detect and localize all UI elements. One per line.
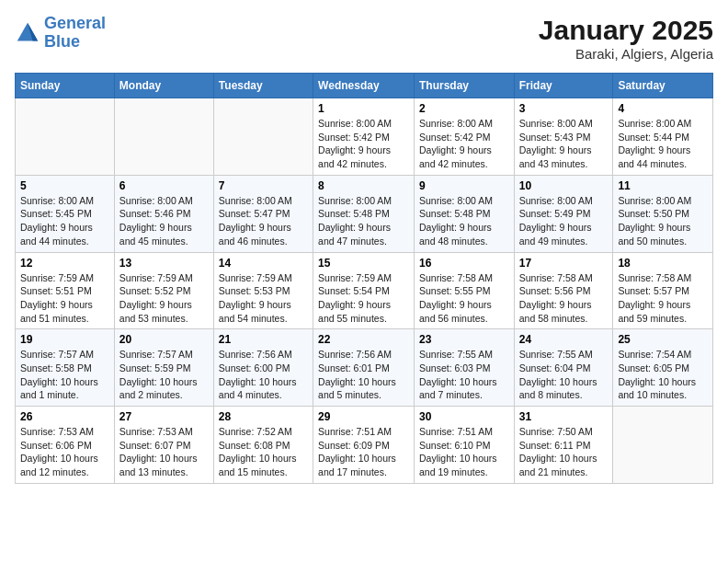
weekday-header-friday: Friday	[514, 74, 613, 98]
day-info: Sunrise: 7:52 AM Sunset: 6:08 PM Dayligh…	[219, 425, 308, 479]
calendar-week-1: 1Sunrise: 8:00 AM Sunset: 5:42 PM Daylig…	[16, 98, 713, 176]
weekday-header-thursday: Thursday	[414, 74, 514, 98]
day-info: Sunrise: 7:59 AM Sunset: 5:51 PM Dayligh…	[20, 271, 109, 326]
day-number: 19	[20, 333, 109, 346]
day-info: Sunrise: 7:56 AM Sunset: 6:01 PM Dayligh…	[318, 348, 409, 402]
day-number: 17	[519, 257, 609, 270]
calendar-cell: 7Sunrise: 8:00 AM Sunset: 5:47 PM Daylig…	[213, 175, 313, 252]
calendar-cell: 4Sunrise: 8:00 AM Sunset: 5:44 PM Daylig…	[613, 98, 713, 176]
day-number: 20	[119, 333, 209, 346]
calendar-cell: 12Sunrise: 7:59 AM Sunset: 5:51 PM Dayli…	[16, 252, 115, 329]
day-number: 26	[20, 410, 109, 423]
calendar-cell: 19Sunrise: 7:57 AM Sunset: 5:58 PM Dayli…	[16, 329, 115, 407]
day-number: 22	[318, 333, 409, 346]
calendar-cell: 22Sunrise: 7:56 AM Sunset: 6:01 PM Dayli…	[313, 329, 415, 407]
calendar-cell: 3Sunrise: 8:00 AM Sunset: 5:43 PM Daylig…	[514, 98, 613, 176]
day-number: 13	[119, 257, 209, 270]
day-info: Sunrise: 8:00 AM Sunset: 5:46 PM Dayligh…	[119, 194, 209, 248]
day-info: Sunrise: 8:00 AM Sunset: 5:45 PM Dayligh…	[20, 194, 109, 248]
day-number: 24	[519, 333, 609, 346]
day-info: Sunrise: 7:59 AM Sunset: 5:53 PM Dayligh…	[219, 271, 308, 326]
day-number: 21	[219, 333, 308, 346]
calendar-cell: 15Sunrise: 7:59 AM Sunset: 5:54 PM Dayli…	[313, 252, 415, 329]
day-info: Sunrise: 8:00 AM Sunset: 5:50 PM Dayligh…	[618, 194, 708, 248]
day-info: Sunrise: 8:00 AM Sunset: 5:42 PM Dayligh…	[318, 117, 409, 171]
weekday-header-saturday: Saturday	[613, 74, 713, 98]
day-info: Sunrise: 8:00 AM Sunset: 5:48 PM Dayligh…	[318, 194, 409, 248]
calendar-table: SundayMondayTuesdayWednesdayThursdayFrid…	[15, 73, 713, 484]
day-info: Sunrise: 7:51 AM Sunset: 6:09 PM Dayligh…	[318, 425, 409, 479]
calendar-cell: 18Sunrise: 7:58 AM Sunset: 5:57 PM Dayli…	[613, 252, 713, 329]
day-number: 2	[419, 102, 509, 115]
calendar-cell: 21Sunrise: 7:56 AM Sunset: 6:00 PM Dayli…	[213, 329, 313, 407]
calendar-cell: 1Sunrise: 8:00 AM Sunset: 5:42 PM Daylig…	[313, 98, 415, 176]
logo-text: General Blue	[44, 15, 106, 52]
day-number: 5	[20, 179, 109, 192]
day-info: Sunrise: 8:00 AM Sunset: 5:49 PM Dayligh…	[519, 194, 609, 248]
day-info: Sunrise: 7:51 AM Sunset: 6:10 PM Dayligh…	[419, 425, 509, 479]
day-info: Sunrise: 7:55 AM Sunset: 6:03 PM Dayligh…	[419, 348, 509, 402]
day-number: 14	[219, 257, 308, 270]
day-info: Sunrise: 8:00 AM Sunset: 5:48 PM Dayligh…	[419, 194, 509, 248]
day-info: Sunrise: 7:55 AM Sunset: 6:04 PM Dayligh…	[519, 348, 609, 402]
day-info: Sunrise: 8:00 AM Sunset: 5:42 PM Dayligh…	[419, 117, 509, 171]
day-number: 11	[618, 179, 708, 192]
calendar-cell: 13Sunrise: 7:59 AM Sunset: 5:52 PM Dayli…	[114, 252, 213, 329]
day-number: 7	[219, 179, 308, 192]
calendar-cell: 9Sunrise: 8:00 AM Sunset: 5:48 PM Daylig…	[414, 175, 514, 252]
calendar-week-3: 12Sunrise: 7:59 AM Sunset: 5:51 PM Dayli…	[16, 252, 713, 329]
day-info: Sunrise: 7:59 AM Sunset: 5:52 PM Dayligh…	[119, 271, 209, 326]
day-info: Sunrise: 7:57 AM Sunset: 5:58 PM Dayligh…	[20, 348, 109, 402]
page-title: January 2025	[539, 15, 713, 46]
calendar-cell: 20Sunrise: 7:57 AM Sunset: 5:59 PM Dayli…	[114, 329, 213, 407]
day-number: 23	[419, 333, 509, 346]
calendar-cell: 25Sunrise: 7:54 AM Sunset: 6:05 PM Dayli…	[613, 329, 713, 407]
calendar-cell: 16Sunrise: 7:58 AM Sunset: 5:55 PM Dayli…	[414, 252, 514, 329]
weekday-header-monday: Monday	[114, 74, 213, 98]
day-info: Sunrise: 7:58 AM Sunset: 5:55 PM Dayligh…	[419, 271, 509, 326]
calendar-cell: 8Sunrise: 8:00 AM Sunset: 5:48 PM Daylig…	[313, 175, 415, 252]
day-info: Sunrise: 7:53 AM Sunset: 6:06 PM Dayligh…	[20, 425, 109, 479]
day-number: 30	[419, 410, 509, 423]
calendar-cell: 14Sunrise: 7:59 AM Sunset: 5:53 PM Dayli…	[213, 252, 313, 329]
day-number: 16	[419, 257, 509, 270]
calendar-cell: 30Sunrise: 7:51 AM Sunset: 6:10 PM Dayli…	[414, 407, 514, 484]
day-number: 10	[519, 179, 609, 192]
calendar-cell: 17Sunrise: 7:58 AM Sunset: 5:56 PM Dayli…	[514, 252, 613, 329]
calendar-cell: 2Sunrise: 8:00 AM Sunset: 5:42 PM Daylig…	[414, 98, 514, 176]
calendar-cell	[16, 98, 115, 176]
calendar-cell	[213, 98, 313, 176]
day-number: 25	[618, 333, 708, 346]
day-number: 12	[20, 257, 109, 270]
day-number: 18	[618, 257, 708, 270]
weekday-header-wednesday: Wednesday	[313, 74, 415, 98]
calendar-cell: 10Sunrise: 8:00 AM Sunset: 5:49 PM Dayli…	[514, 175, 613, 252]
day-number: 27	[119, 410, 209, 423]
logo: General Blue	[15, 15, 106, 52]
calendar-cell: 29Sunrise: 7:51 AM Sunset: 6:09 PM Dayli…	[313, 407, 415, 484]
day-info: Sunrise: 7:57 AM Sunset: 5:59 PM Dayligh…	[119, 348, 209, 402]
calendar-week-4: 19Sunrise: 7:57 AM Sunset: 5:58 PM Dayli…	[16, 329, 713, 407]
title-block: January 2025 Baraki, Algiers, Algeria	[539, 15, 713, 62]
day-info: Sunrise: 7:53 AM Sunset: 6:07 PM Dayligh…	[119, 425, 209, 479]
logo-icon	[15, 20, 40, 46]
day-number: 31	[519, 410, 609, 423]
calendar-cell: 28Sunrise: 7:52 AM Sunset: 6:08 PM Dayli…	[213, 407, 313, 484]
day-info: Sunrise: 8:00 AM Sunset: 5:43 PM Dayligh…	[519, 117, 609, 171]
day-number: 28	[219, 410, 308, 423]
day-number: 8	[318, 179, 409, 192]
calendar-cell: 5Sunrise: 8:00 AM Sunset: 5:45 PM Daylig…	[16, 175, 115, 252]
day-number: 9	[419, 179, 509, 192]
day-number: 3	[519, 102, 609, 115]
day-info: Sunrise: 7:58 AM Sunset: 5:56 PM Dayligh…	[519, 271, 609, 326]
weekday-header-sunday: Sunday	[16, 74, 115, 98]
day-number: 15	[318, 257, 409, 270]
day-info: Sunrise: 7:59 AM Sunset: 5:54 PM Dayligh…	[318, 271, 409, 326]
day-info: Sunrise: 7:54 AM Sunset: 6:05 PM Dayligh…	[618, 348, 708, 402]
day-number: 29	[318, 410, 409, 423]
calendar-cell: 11Sunrise: 8:00 AM Sunset: 5:50 PM Dayli…	[613, 175, 713, 252]
day-info: Sunrise: 8:00 AM Sunset: 5:44 PM Dayligh…	[618, 117, 708, 171]
calendar-cell	[114, 98, 213, 176]
calendar-week-2: 5Sunrise: 8:00 AM Sunset: 5:45 PM Daylig…	[16, 175, 713, 252]
page-header: General Blue January 2025 Baraki, Algier…	[15, 15, 713, 62]
